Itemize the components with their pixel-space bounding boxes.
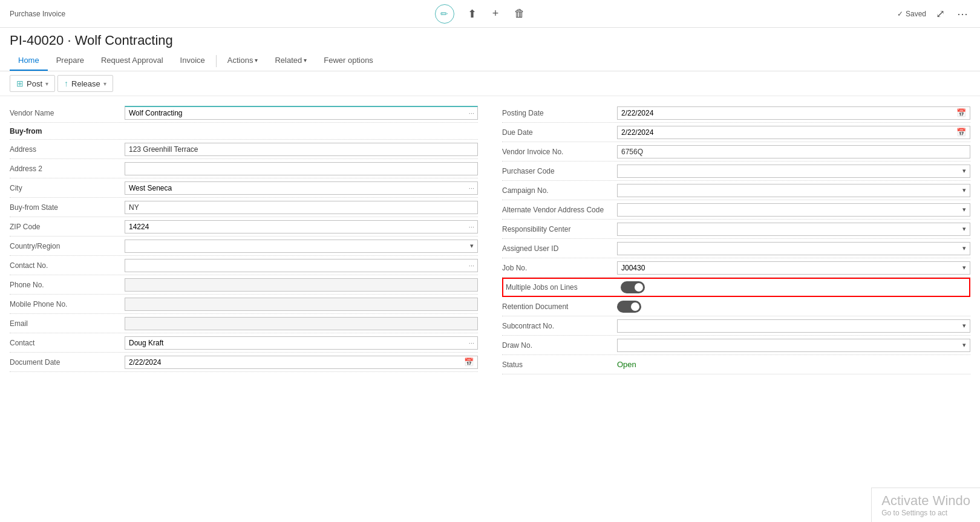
due-date-value: 📅 [617,126,970,139]
state-value [125,201,478,214]
saved-status: ✓ Saved [897,10,926,18]
form-left-column: Vendor Name ··· Buy-from Address Address… [10,103,478,502]
tab-related[interactable]: Related ▾ [266,51,315,71]
draw-no-value: ▾ [617,339,970,352]
address2-value [125,162,478,175]
doc-date-calendar-icon[interactable]: 📅 [460,356,477,368]
toolbar: ⊞ Post ▾ ↑ Release ▾ [0,71,980,96]
expand-button[interactable]: ⤢ [933,5,947,23]
purchaser-code-value: ▾ [617,165,970,178]
release-button[interactable]: ↑ Release ▾ [57,75,113,92]
due-date-input[interactable] [618,126,953,139]
tab-invoice[interactable]: Invoice [172,51,214,71]
due-date-calendar-icon[interactable]: 📅 [953,126,970,138]
state-row: Buy-from State [10,198,478,217]
post-chevron-icon: ▾ [45,80,48,87]
retention-row: Retention Document [502,297,970,316]
address-row: Address [10,140,478,159]
buy-from-label: Buy-from [10,127,125,135]
related-label: Related [275,56,302,65]
status-label: Status [502,361,617,369]
posting-date-input[interactable] [618,107,953,119]
post-label: Post [27,79,42,88]
contact-dots-icon[interactable]: ··· [466,338,477,348]
delete-button[interactable]: 🗑 [512,5,528,22]
post-button[interactable]: ⊞ Post ▾ [10,75,55,92]
retention-label: Retention Document [502,302,617,311]
zip-dots-icon[interactable]: ··· [466,222,477,232]
form-area: Vendor Name ··· Buy-from Address Address… [0,96,980,509]
more-icon: ⋯ [957,8,968,20]
actions-chevron-icon: ▾ [255,57,258,64]
address2-row: Address 2 [10,159,478,178]
campaign-no-select[interactable] [618,184,959,197]
nav-separator-1 [216,55,217,67]
vendor-name-dots-icon[interactable]: ··· [466,108,477,118]
release-label: Release [71,79,100,88]
state-input[interactable] [125,201,478,214]
job-no-label: Job No. [502,264,617,272]
watermark-line1: Activate Windo [881,493,970,509]
mobile-label: Mobile Phone No. [10,300,125,308]
city-dots-icon[interactable]: ··· [466,183,477,193]
city-value: ··· [125,181,478,195]
add-button[interactable]: + [490,5,501,22]
tab-request-approval[interactable]: Request Approval [93,51,172,71]
contact-value: ··· [125,336,478,350]
retention-toggle[interactable] [617,301,641,313]
responsibility-select[interactable] [618,223,959,235]
contact-no-input[interactable] [125,259,466,272]
assigned-user-label: Assigned User ID [502,244,617,253]
retention-slider [617,301,641,313]
purchaser-code-select[interactable] [618,165,959,177]
vendor-invoice-label: Vendor Invoice No. [502,148,617,156]
subcontract-select[interactable] [618,320,959,332]
vendor-name-label: Vendor Name [10,109,125,117]
email-input[interactable] [125,317,478,330]
release-icon: ↑ [64,79,68,88]
post-icon: ⊞ [16,79,24,88]
tab-fewer-options[interactable]: Fewer options [315,51,382,71]
module-name: Purchase Invoice [10,10,65,18]
vendor-name-input[interactable] [125,107,466,119]
address2-input[interactable] [125,162,478,175]
phone-input[interactable] [125,278,478,292]
pencil-icon: ✏ [440,8,448,19]
multiple-jobs-toggle[interactable] [621,281,645,293]
draw-no-select[interactable] [618,339,959,351]
share-button[interactable]: ⬆ [465,5,479,23]
vendor-invoice-row: Vendor Invoice No. [502,142,970,161]
phone-row: Phone No. [10,275,478,295]
edit-button[interactable]: ✏ [435,4,454,24]
address2-label: Address 2 [10,165,125,173]
multiple-jobs-row: Multiple Jobs on Lines [502,278,970,297]
tab-home[interactable]: Home [10,51,48,71]
assigned-user-select[interactable] [618,243,959,255]
zip-input[interactable] [125,221,466,233]
posting-date-calendar-icon[interactable]: 📅 [953,107,970,119]
campaign-no-label: Campaign No. [502,186,617,195]
more-button[interactable]: ⋯ [955,5,970,23]
tab-prepare[interactable]: Prepare [48,51,93,71]
job-no-select[interactable]: J00430 [618,262,959,274]
contact-no-dots-icon[interactable]: ··· [466,261,477,270]
contact-no-row: Contact No. ··· [10,256,478,275]
city-label: City [10,184,125,192]
contact-no-value: ··· [125,259,478,272]
doc-date-input[interactable] [125,356,460,368]
top-bar: Purchase Invoice ✏ ⬆ + 🗑 ✓ Saved ⤢ ⋯ [0,0,980,28]
alt-vendor-select[interactable] [618,204,959,216]
posting-date-label: Posting Date [502,109,617,117]
assigned-user-row: Assigned User ID ▾ [502,239,970,258]
draw-no-chevron-icon: ▾ [959,340,970,350]
contact-no-label: Contact No. [10,261,125,270]
city-input[interactable] [125,182,466,194]
address-input[interactable] [125,143,478,156]
zip-row: ZIP Code ··· [10,217,478,237]
tab-actions[interactable]: Actions ▾ [219,51,267,71]
country-select[interactable] [125,240,466,252]
mobile-input[interactable] [125,298,478,311]
vendor-invoice-input[interactable] [617,145,970,158]
contact-input[interactable] [125,337,466,349]
email-value [125,317,478,330]
